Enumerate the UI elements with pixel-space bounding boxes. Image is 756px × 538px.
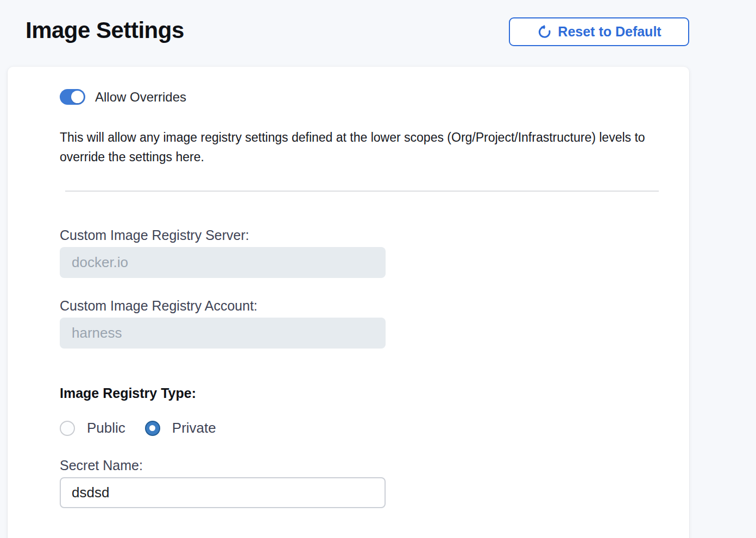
radio-public-label[interactable]: Public <box>87 420 125 436</box>
secret-name-label: Secret Name: <box>60 457 689 474</box>
registry-server-label: Custom Image Registry Server: <box>60 227 689 244</box>
registry-server-input <box>60 247 386 278</box>
secret-name-input[interactable] <box>60 477 386 508</box>
radio-selected-dot-icon <box>149 425 155 431</box>
registry-type-radio-group: Public Private <box>60 420 689 436</box>
reset-to-default-button[interactable]: Reset to Default <box>509 17 689 46</box>
registry-type-label: Image Registry Type: <box>60 385 689 402</box>
allow-overrides-row: Allow Overrides <box>60 89 689 105</box>
reset-icon <box>537 24 552 40</box>
registry-account-input <box>60 318 386 349</box>
section-divider <box>65 191 659 192</box>
reset-button-label: Reset to Default <box>558 24 661 40</box>
allow-overrides-toggle[interactable] <box>60 89 85 105</box>
registry-account-label: Custom Image Registry Account: <box>60 298 689 314</box>
allow-overrides-label[interactable]: Allow Overrides <box>95 90 186 105</box>
toggle-knob-icon <box>71 91 84 103</box>
radio-private-label[interactable]: Private <box>172 420 216 436</box>
radio-public[interactable] <box>60 421 75 436</box>
image-settings-panel: Allow Overrides This will allow any imag… <box>8 67 689 538</box>
page-title: Image Settings <box>26 17 184 43</box>
radio-private[interactable] <box>145 421 160 436</box>
overrides-description: This will allow any image registry setti… <box>60 128 671 167</box>
